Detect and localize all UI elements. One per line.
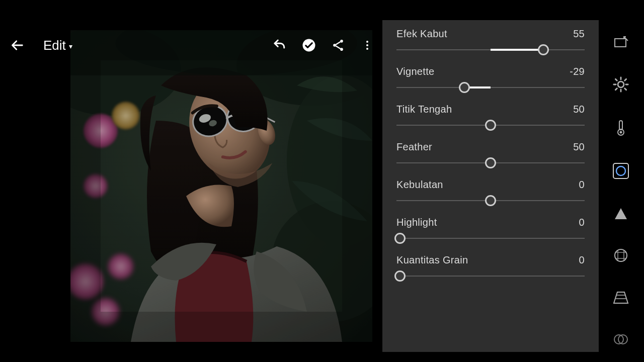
lens-icon <box>613 247 629 263</box>
slider-kebulatan: Kebulatan0 <box>396 179 585 208</box>
slider-thumb[interactable] <box>394 270 406 282</box>
svg-rect-23 <box>70 30 372 342</box>
slider-value: 50 <box>573 104 585 115</box>
photo-preview-svg <box>70 30 372 342</box>
effects-panel: Efek Kabut55Vignette-29Titik Tengah50Fea… <box>382 20 599 352</box>
slider-label: Vignette <box>396 66 434 77</box>
geometry-icon <box>612 291 629 305</box>
check-circle-icon <box>301 38 316 53</box>
svg-rect-34 <box>619 121 622 130</box>
slider-value: 0 <box>579 179 585 191</box>
slider-titik-tengah: Titik Tengah50 <box>396 104 585 132</box>
slider-vignette: Vignette-29 <box>396 66 585 95</box>
slider-value: 0 <box>579 254 585 266</box>
slider-value: -29 <box>570 66 585 77</box>
slider-track[interactable] <box>396 80 585 95</box>
slider-label: Titik Tengah <box>396 104 452 115</box>
undo-button[interactable] <box>270 35 290 55</box>
svg-point-33 <box>618 81 624 87</box>
presets-tool[interactable] <box>611 331 631 347</box>
slider-thumb[interactable] <box>394 233 406 244</box>
detail-tool[interactable] <box>611 206 631 221</box>
confirm-button[interactable] <box>299 35 319 55</box>
app-frame: Edit ▾ <box>0 10 644 352</box>
slider-value: 55 <box>573 28 585 40</box>
more-vertical-icon <box>361 39 373 51</box>
slider-track[interactable] <box>396 231 585 245</box>
brightness-icon <box>612 76 629 93</box>
temperature-icon <box>615 119 627 136</box>
arrow-left-icon <box>11 38 25 52</box>
slider-label: Highlight <box>396 217 437 228</box>
undo-icon <box>272 38 287 53</box>
optics-icon <box>612 162 629 179</box>
slider-label: Kebulatan <box>396 179 443 191</box>
tool-rail <box>604 25 638 347</box>
slider-track[interactable] <box>396 269 585 283</box>
svg-point-30 <box>366 44 368 46</box>
slider-label: Efek Kabut <box>396 28 447 40</box>
edit-menu[interactable]: Edit ▾ <box>43 38 72 53</box>
slider-thumb[interactable] <box>538 44 549 55</box>
slider-efek-kabut: Efek Kabut55 <box>396 28 585 57</box>
slider-value: 50 <box>573 141 585 153</box>
slider-track[interactable] <box>396 156 585 170</box>
svg-point-38 <box>616 166 625 175</box>
crop-tool[interactable] <box>611 34 631 50</box>
back-button[interactable] <box>9 37 26 54</box>
slider-value: 0 <box>579 217 585 228</box>
crop-icon <box>613 35 629 50</box>
effects-icon <box>613 332 628 347</box>
svg-rect-37 <box>613 163 628 178</box>
slider-thumb[interactable] <box>459 82 470 93</box>
slider-track[interactable] <box>396 194 585 208</box>
color-tool[interactable] <box>611 119 631 136</box>
share-button[interactable] <box>328 35 348 55</box>
slider-highlight: Highlight0 <box>396 217 585 245</box>
slider-track[interactable] <box>396 43 585 57</box>
effects-tool[interactable] <box>611 162 631 179</box>
geometry-tool[interactable] <box>611 290 631 305</box>
svg-rect-32 <box>615 39 626 47</box>
slider-thumb[interactable] <box>485 120 496 131</box>
svg-point-36 <box>620 131 622 134</box>
edit-label: Edit <box>43 38 66 53</box>
optics-tool[interactable] <box>611 247 631 263</box>
slider-label: Kuantitas Grain <box>396 254 468 266</box>
svg-point-39 <box>615 249 627 261</box>
overflow-button[interactable] <box>357 35 377 55</box>
slider-kuantitas-grain: Kuantitas Grain0 <box>396 254 585 283</box>
light-tool[interactable] <box>611 76 631 93</box>
photo-preview[interactable] <box>70 30 372 342</box>
header-bar: Edit ▾ <box>0 30 382 60</box>
slider-thumb[interactable] <box>485 157 496 168</box>
slider-feather: Feather50 <box>396 141 585 170</box>
slider-track[interactable] <box>396 118 585 132</box>
caret-down-icon: ▾ <box>69 42 72 50</box>
svg-point-29 <box>366 41 368 43</box>
slider-thumb[interactable] <box>485 195 496 206</box>
share-icon <box>331 38 345 52</box>
triangle-icon <box>613 206 628 221</box>
svg-point-31 <box>366 48 368 50</box>
slider-label: Feather <box>396 141 432 153</box>
